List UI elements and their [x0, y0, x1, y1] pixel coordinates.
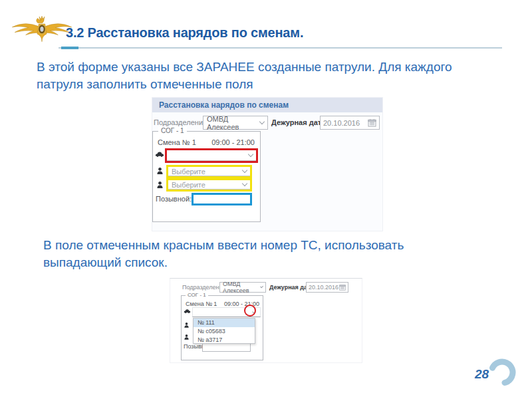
chevron-down-icon: [242, 168, 247, 173]
title-divider-accent: [61, 47, 78, 49]
unit-select[interactable]: ОМВД Алексеев: [219, 282, 266, 293]
mvd-eagle-emblem-icon: [11, 12, 73, 51]
crew-highlight-yellow-2: Выберите: [166, 178, 252, 192]
duty-date-value: 20.10.2016: [309, 284, 338, 291]
chevron-down-icon: [248, 152, 253, 157]
page-number: 28: [475, 367, 489, 382]
patrol-group-label: СОГ - 1: [158, 127, 187, 134]
person-icon: [157, 181, 163, 189]
shift-time: 09:00 - 21:00: [211, 138, 255, 146]
person-icon: [184, 334, 189, 340]
title-divider: [59, 47, 502, 49]
form-screenshot-2: Подразделение: ОМВД Алексеев Дежурная да…: [170, 278, 362, 363]
chevron-down-icon: [242, 181, 247, 186]
callsign-highlight-blue: [192, 193, 252, 205]
dropdown-item[interactable]: № c05683: [194, 327, 255, 336]
vehicle-highlight-red: [165, 148, 258, 163]
car-icon: [184, 309, 191, 314]
person-icon: [157, 167, 163, 175]
calendar-icon[interactable]: [368, 118, 376, 127]
car-icon: [155, 151, 164, 158]
callsign-input[interactable]: [194, 195, 250, 203]
page-title: 3.2 Расстановка нарядов по сменам.: [66, 25, 303, 41]
form-title-bar: Расстановка нарядов по сменам: [152, 98, 382, 112]
person-icon: [184, 322, 189, 329]
dropdown-item[interactable]: № 111: [194, 319, 255, 327]
slide: 3.2 Расстановка нарядов по сменам. В это…: [0, 0, 532, 399]
crew-select-2[interactable]: Выберите: [168, 180, 250, 190]
instruction-paragraph-2: В поле отмеченным красным ввести номер Т…: [43, 237, 432, 271]
duty-date-input[interactable]: 20.10.2016: [306, 282, 348, 293]
vehicle-select[interactable]: [167, 150, 256, 161]
duty-date-input[interactable]: 20.10.2016: [320, 116, 380, 130]
crew-select-1[interactable]: Выберите: [168, 167, 250, 176]
unit-select[interactable]: ОМВД Алексеев: [203, 116, 268, 130]
vehicle-dropdown-panel: № 111 № c05683 № a3717: [193, 318, 255, 344]
dropdown-item[interactable]: № a3717: [194, 336, 255, 344]
shift-label: Смена № 1: [158, 138, 196, 146]
form-screenshot-1: Расстановка нарядов по сменам Подразделе…: [152, 97, 383, 231]
duty-date-value: 20.10.2016: [323, 119, 360, 127]
patrol-group-fieldset: СОГ - 1 Смена № 1 09:00 - 21:00 Позывной…: [181, 295, 263, 360]
crew-select-1-value: Выберите: [172, 168, 205, 176]
callsign-label: Позывной:: [156, 195, 192, 203]
unit-select-value: ОМВД Алексеев: [223, 281, 261, 294]
crew-select-2-value: Выберите: [172, 181, 205, 189]
patrol-group-fieldset: СОГ - 1 Смена № 1 09:00 - 21:00 Выбер: [152, 131, 261, 222]
shift-label: Смена № 1: [186, 301, 217, 307]
instruction-paragraph-1: В этой форме указаны все ЗАРАНЕЕ созданн…: [37, 59, 483, 93]
crew-highlight-yellow-1: Выберите: [166, 165, 252, 178]
red-circle-annotation: [244, 305, 256, 317]
unit-select-value: ОМВД Алексеев: [207, 115, 260, 131]
calendar-icon[interactable]: [339, 284, 346, 291]
unit-label: Подразделение:: [154, 118, 209, 126]
patrol-group-label: СОГ - 1: [186, 292, 208, 298]
